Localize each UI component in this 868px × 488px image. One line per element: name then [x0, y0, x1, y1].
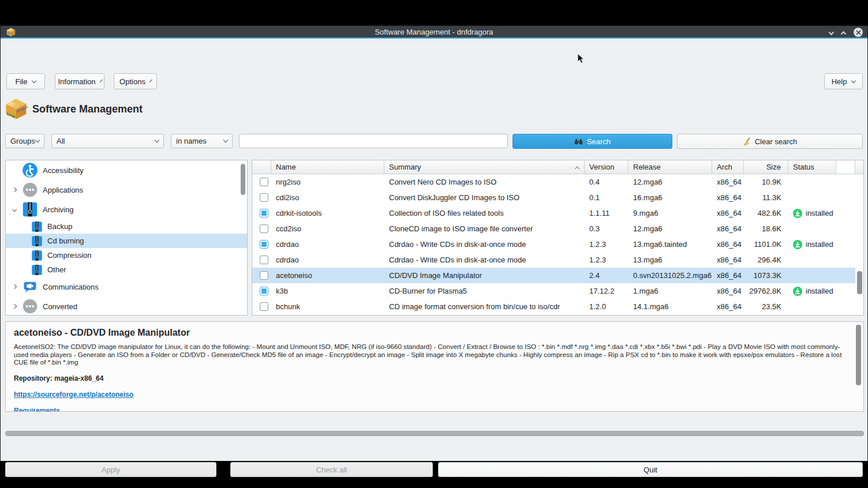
tree-item-other[interactable]: Other	[6, 262, 247, 277]
tree-item-label: Converted	[43, 302, 77, 311]
help-menu-button[interactable]: Help	[824, 73, 863, 89]
column-header-status[interactable]: Status	[788, 160, 836, 174]
column-header-size[interactable]: Size	[744, 160, 788, 174]
blank-cell	[836, 299, 855, 314]
arch-cell: x86_64	[712, 174, 744, 190]
status-cell	[788, 299, 836, 314]
column-header-release[interactable]: Release	[628, 160, 712, 174]
package-row-cdi2iso[interactable]: cdi2isoConvert DiskJuggler CD Images to …	[252, 190, 863, 205]
release-cell: 12.mga6	[628, 221, 712, 237]
search-button[interactable]: Search	[512, 134, 672, 149]
horizontal-scrollbar[interactable]	[5, 431, 864, 436]
archive-icon	[31, 221, 43, 232]
tree-item-communications[interactable]: Communications	[6, 277, 247, 296]
package-row-ccd2iso[interactable]: ccd2isoCloneCD image to ISO image file c…	[252, 221, 863, 237]
package-row-bchunk[interactable]: bchunkCD image format conversion from bi…	[252, 299, 863, 314]
tree-item-applications[interactable]: Applications	[6, 180, 247, 200]
status-label: installed	[806, 240, 833, 249]
apply-button[interactable]: Apply	[5, 462, 216, 477]
close-button[interactable]	[854, 28, 863, 37]
arch-cell: x86_64	[712, 237, 744, 252]
tree-item-cd-burning[interactable]: Cd burning	[6, 234, 247, 248]
package-checkbox[interactable]	[260, 287, 268, 295]
options-menu-button[interactable]: Options	[114, 73, 157, 89]
package-checkbox[interactable]	[260, 193, 268, 202]
file-menu-button[interactable]: File	[6, 73, 45, 89]
tree-item-label: Archiving	[43, 205, 73, 214]
installed-icon	[793, 240, 802, 249]
package-checkbox[interactable]	[260, 256, 268, 264]
expander-expanded-icon[interactable]	[12, 207, 17, 212]
communications-icon	[22, 279, 38, 295]
column-header-name[interactable]: Name	[271, 160, 384, 174]
column-header-label: Arch	[717, 163, 732, 171]
blank-cell	[836, 174, 855, 190]
search-input[interactable]	[239, 134, 508, 148]
package-checkbox[interactable]	[260, 271, 268, 280]
package-checkbox[interactable]	[260, 178, 268, 186]
package-checkbox[interactable]	[260, 209, 268, 217]
column-header-blank	[252, 160, 271, 174]
tree-scrollbar-thumb[interactable]	[241, 164, 245, 195]
package-checkbox[interactable]	[260, 302, 268, 311]
quit-button[interactable]: Quit	[438, 462, 863, 477]
summary-cell: CloneCD image to ISO image file converte…	[384, 221, 585, 237]
clear-search-button[interactable]: Clear search	[677, 134, 863, 149]
help-menu-label: Help	[832, 77, 847, 86]
arch-cell: x86_64	[712, 205, 744, 221]
groups-dropdown[interactable]: Groups	[5, 134, 44, 148]
package-row-acetoneiso[interactable]: acetoneisoCD/DVD Image Manipulator2.40.s…	[252, 268, 863, 283]
package-row-cdrdao[interactable]: cdrdaoCdrdao - Write CDs in disk-at-once…	[252, 237, 863, 252]
chevron-down-icon	[35, 138, 40, 142]
summary-cell: Convert Nero CD Images to ISO	[384, 174, 585, 190]
chevron-down-icon	[223, 138, 228, 142]
details-repository: Repository: mageia-x86_64	[14, 374, 856, 382]
column-header-summary[interactable]: Summary	[384, 160, 585, 174]
version-cell: 0.1	[585, 190, 628, 205]
tree-item-accessibility[interactable]: Accessibility	[6, 160, 247, 180]
archive-icon	[31, 264, 43, 276]
column-header-label: Version	[589, 163, 614, 171]
package-row-k3b[interactable]: k3bCD-Burner for Plasma517.12.21.mga6x86…	[252, 283, 863, 299]
tree-item-backup[interactable]: Backup	[6, 219, 247, 234]
information-menu-button[interactable]: Information	[55, 73, 104, 89]
package-row-nrg2iso[interactable]: nrg2isoConvert Nero CD Images to ISO0.41…	[252, 174, 863, 190]
package-row-cdrkit-isotools[interactable]: cdrkit-isotoolsCollection of ISO files r…	[252, 205, 863, 221]
expander-collapsed-icon[interactable]	[12, 187, 17, 193]
column-header-arch[interactable]: Arch	[712, 160, 744, 174]
release-cell: 9.mga6	[628, 205, 712, 221]
app-window: Software Management - dnfdragora File In…	[0, 25, 868, 461]
package-checkbox[interactable]	[260, 224, 268, 233]
search-scope-dropdown[interactable]: in names	[171, 134, 233, 148]
arch-cell: x86_64	[712, 190, 744, 205]
column-header-version[interactable]: Version	[585, 160, 628, 174]
package-row-cdrdao[interactable]: cdrdaoCdrdao - Write CDs in disk-at-once…	[252, 252, 863, 268]
version-cell: 0.4	[585, 174, 628, 190]
expander-collapsed-icon[interactable]	[12, 303, 17, 309]
arch-cell: x86_64	[712, 268, 744, 283]
column-header-label: Status	[793, 163, 814, 171]
group-filter-dropdown[interactable]: All	[51, 134, 164, 148]
release-cell: 12.mga6	[628, 174, 712, 190]
table-scrollbar-thumb[interactable]	[857, 271, 862, 294]
maximize-button[interactable]	[841, 28, 845, 37]
chevron-down-icon	[149, 79, 152, 82]
details-scrollbar-thumb[interactable]	[856, 325, 861, 385]
archive-icon	[22, 201, 38, 217]
window-title: Software Management - dnfdragora	[1, 28, 867, 36]
category-tree: AccessibilityApplicationsArchivingBackup…	[5, 160, 248, 316]
tree-item-label: Accessibility	[43, 166, 84, 175]
minimize-button[interactable]	[829, 28, 833, 37]
check-all-button[interactable]: Check all	[230, 462, 433, 477]
version-cell: 1.1.11	[585, 205, 628, 221]
tree-item-compression[interactable]: Compression	[6, 248, 247, 262]
tree-item-converted[interactable]: Converted	[6, 296, 247, 316]
package-checkbox[interactable]	[260, 240, 268, 249]
requirements-link[interactable]: Requirements	[14, 407, 856, 412]
tree-item-archiving[interactable]: Archiving	[6, 200, 247, 219]
clear-search-label: Clear search	[755, 137, 798, 146]
app-icon	[6, 27, 16, 37]
expander-collapsed-icon[interactable]	[12, 284, 17, 290]
homepage-link[interactable]: https://sourceforge.net/p/acetoneiso	[14, 391, 856, 399]
tree-item-label: Other	[47, 265, 66, 274]
